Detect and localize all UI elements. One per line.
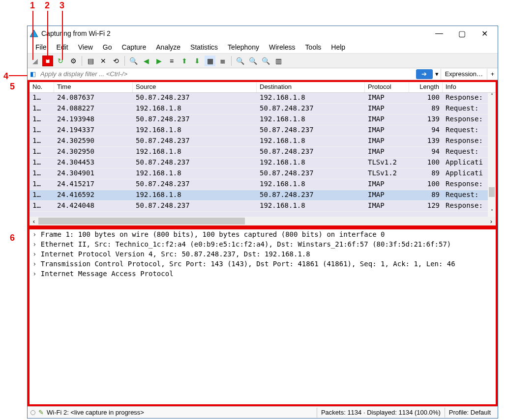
detail-tree-item[interactable]: Internet Protocol Version 4, Src: 50.87.… — [30, 249, 496, 259]
scroll-up-icon[interactable]: ˄ — [488, 93, 496, 101]
colorize-icon[interactable]: ≣ — [217, 56, 228, 66]
cell-no: 1… — [30, 190, 54, 200]
packet-list-horizontal-scrollbar[interactable]: ‹ › — [30, 217, 496, 225]
packet-list-body[interactable]: 1…24.08763750.87.248.237192.168.1.8IMAP1… — [30, 93, 496, 217]
annotation-5: 5 — [10, 82, 15, 92]
cell-source: 50.87.248.237 — [133, 114, 257, 125]
filter-bookmark-icon[interactable]: ◧ — [28, 70, 38, 78]
menu-edit[interactable]: Edit — [52, 42, 73, 52]
menu-help[interactable]: Help — [326, 42, 350, 52]
cell-source: 50.87.248.237 — [133, 201, 257, 211]
toolbar-separator — [82, 56, 82, 66]
packet-details-pane: Frame 1: 100 bytes on wire (800 bits), 1… — [28, 227, 498, 406]
zoom-in-icon[interactable]: 🔍 — [235, 56, 245, 66]
stop-capture-icon[interactable]: ■ — [42, 56, 53, 66]
packet-row[interactable]: 1…24.416592192.168.1.850.87.248.237IMAP8… — [30, 190, 496, 201]
cell-source: 192.168.1.8 — [133, 147, 257, 157]
packet-row[interactable]: 1…24.41521750.87.248.237192.168.1.8IMAP1… — [30, 179, 496, 190]
toolbar-separator — [231, 56, 232, 66]
close-window-button[interactable]: ✕ — [473, 26, 496, 41]
toolbar-separator — [124, 56, 125, 66]
menu-file[interactable]: File — [30, 42, 52, 52]
go-prev-icon[interactable]: ◀ — [141, 56, 151, 66]
scroll-left-icon[interactable]: ‹ — [30, 218, 38, 225]
restart-capture-icon[interactable]: ↻ — [55, 56, 66, 66]
menu-telephony[interactable]: Telephony — [223, 42, 264, 52]
go-first-icon[interactable]: ⬆ — [179, 56, 190, 66]
menu-analyze[interactable]: Analyze — [151, 42, 185, 52]
column-header-protocol[interactable]: Protocol — [365, 82, 409, 92]
menu-wireless[interactable]: Wireless — [264, 42, 300, 52]
cell-time: 24.088227 — [54, 104, 133, 114]
capture-options-icon[interactable]: ⚙ — [68, 56, 79, 66]
menu-statistics[interactable]: Statistics — [185, 42, 223, 52]
display-filter-input[interactable] — [38, 69, 416, 80]
autoscroll-icon[interactable]: ▦ — [205, 56, 215, 66]
cell-time: 24.194337 — [54, 125, 133, 136]
zoom-reset-icon[interactable]: 🔍 — [260, 56, 271, 66]
menu-tools[interactable]: Tools — [300, 42, 327, 52]
status-profile[interactable]: Profile: Default — [445, 408, 495, 418]
menu-view[interactable]: View — [73, 42, 98, 52]
filter-history-dropdown[interactable]: ▾ — [434, 70, 441, 78]
column-header-info[interactable]: Info — [443, 82, 496, 92]
filter-add-button[interactable]: + — [487, 69, 498, 80]
start-capture-icon[interactable]: ◢ — [30, 56, 40, 66]
scroll-thumb[interactable] — [38, 218, 245, 224]
cell-destination: 192.168.1.8 — [257, 114, 365, 125]
cell-source: 50.87.248.237 — [133, 136, 257, 146]
expert-info-icon[interactable] — [30, 410, 35, 415]
packet-list-vertical-scrollbar[interactable]: ˄ ˅ — [488, 93, 496, 217]
filter-expression-button[interactable]: Expression… — [441, 69, 487, 80]
cell-destination: 192.168.1.8 — [257, 158, 365, 168]
scroll-thumb[interactable] — [489, 187, 495, 197]
column-header-destination[interactable]: Destination — [257, 82, 365, 92]
cell-length: 100 — [409, 93, 443, 103]
packet-row[interactable]: 1…24.30445350.87.248.237192.168.1.8TLSv1… — [30, 158, 496, 168]
zoom-out-icon[interactable]: 🔍 — [247, 56, 258, 66]
cell-no: 1… — [30, 179, 54, 190]
scroll-right-icon[interactable]: › — [487, 218, 496, 225]
column-header-time[interactable]: Time — [54, 82, 133, 92]
cell-time: 24.302590 — [54, 136, 133, 146]
menu-capture[interactable]: Capture — [117, 42, 151, 52]
detail-tree-item[interactable]: Frame 1: 100 bytes on wire (800 bits), 1… — [30, 229, 496, 239]
cell-length: 100 — [409, 179, 443, 190]
column-header-source[interactable]: Source — [133, 82, 257, 92]
column-header-length[interactable]: Length — [409, 82, 443, 92]
scroll-down-icon[interactable]: ˅ — [488, 209, 496, 217]
maximize-button[interactable]: ▢ — [450, 26, 473, 41]
annotation-2: 2 — [45, 0, 50, 11]
find-packet-icon[interactable]: 🔍 — [128, 56, 139, 66]
open-file-icon[interactable]: ▤ — [85, 56, 96, 66]
packet-row[interactable]: 1…24.194337192.168.1.850.87.248.237IMAP9… — [30, 125, 496, 136]
cell-no: 1… — [30, 125, 54, 136]
packet-list-header: No. Time Source Destination Protocol Len… — [30, 82, 496, 93]
edit-capture-icon[interactable]: ✎ — [38, 409, 44, 416]
packet-row[interactable]: 1…24.19394850.87.248.237192.168.1.8IMAP1… — [30, 114, 496, 125]
cell-protocol: TLSv1.2 — [365, 168, 409, 179]
cell-protocol: IMAP — [365, 93, 409, 103]
go-next-icon[interactable]: ▶ — [153, 56, 164, 66]
packet-row[interactable]: 1…24.08763750.87.248.237192.168.1.8IMAP1… — [30, 93, 496, 104]
packet-row[interactable]: 1…24.302950192.168.1.850.87.248.237IMAP9… — [30, 147, 496, 158]
go-jump-icon[interactable]: ≡ — [166, 56, 177, 66]
go-last-icon[interactable]: ⬇ — [192, 56, 203, 66]
detail-tree-item[interactable]: Ethernet II, Src: Technico_1c:f2:a4 (e0:… — [30, 239, 496, 249]
filter-apply-button[interactable]: ➔ — [416, 69, 433, 79]
packet-row[interactable]: 1…24.30259050.87.248.237192.168.1.8IMAP1… — [30, 136, 496, 147]
minimize-button[interactable]: — — [428, 26, 450, 41]
packet-row[interactable]: 1…24.42404850.87.248.237192.168.1.8IMAP1… — [30, 201, 496, 212]
cell-destination: 50.87.248.237 — [257, 147, 365, 157]
packet-row[interactable]: 1…24.088227192.168.1.850.87.248.237IMAP8… — [30, 104, 496, 114]
column-header-no[interactable]: No. — [30, 82, 54, 92]
save-file-icon[interactable]: ✕ — [98, 56, 109, 66]
packet-row[interactable]: 1…24.304901192.168.1.850.87.248.237TLSv1… — [30, 168, 496, 179]
menu-go[interactable]: Go — [98, 42, 117, 52]
detail-tree-item[interactable]: Transmission Control Protocol, Src Port:… — [30, 259, 496, 269]
cell-no: 1… — [30, 158, 54, 168]
detail-tree-item[interactable]: Internet Message Access Protocol — [30, 269, 496, 279]
cell-length: 89 — [409, 190, 443, 200]
resize-columns-icon[interactable]: ▥ — [273, 56, 284, 66]
close-file-icon[interactable]: ⟲ — [111, 56, 121, 66]
